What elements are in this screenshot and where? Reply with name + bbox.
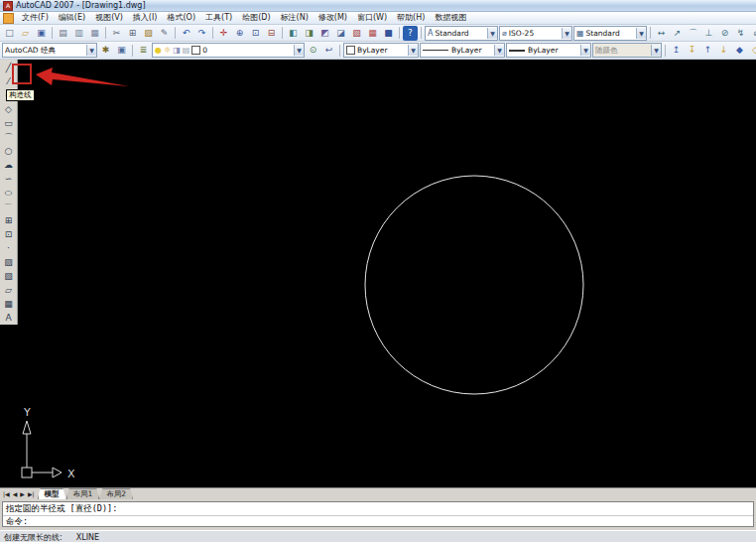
table-tool[interactable]: ▦ (1, 297, 17, 311)
dim-jogged-icon[interactable]: ↯ (733, 26, 748, 41)
menu-draw[interactable]: 绘图(D) (237, 12, 275, 24)
make-block-tool[interactable]: ⊡ (1, 227, 17, 241)
chevron-down-icon[interactable]: ▼ (636, 28, 646, 39)
layer-plot-icon[interactable]: ▤ (183, 46, 190, 55)
layer-on-bulb-icon[interactable]: ● (155, 46, 162, 55)
dim-aligned-icon[interactable]: ↗ (670, 26, 685, 41)
dim-style-dropdown[interactable]: ⌀ ISO-25 ▼ (499, 26, 572, 41)
line-tool[interactable]: ╱ (1, 61, 17, 74)
chevron-down-icon[interactable]: ▼ (487, 28, 497, 39)
zoom-realtime-icon[interactable]: ⊕ (232, 26, 247, 41)
workspace-save-icon[interactable]: ▣ (114, 43, 129, 58)
region-tool[interactable]: ▱ (1, 283, 17, 297)
paste-icon[interactable]: ▨ (141, 26, 156, 41)
layer-properties-icon[interactable]: ≣ (136, 43, 151, 58)
menu-file[interactable]: 文件(F) (17, 12, 54, 24)
chevron-down-icon[interactable]: ▼ (86, 45, 96, 56)
quickcalc-icon[interactable]: ▦ (365, 26, 380, 41)
layer-previous-icon[interactable]: ↩ (321, 43, 336, 58)
zoom-previous-icon[interactable]: ⊟ (264, 26, 279, 41)
undo-icon[interactable]: ↶ (179, 26, 193, 41)
chevron-down-icon[interactable]: ▼ (408, 45, 418, 56)
menu-dataview[interactable]: 数据视图 (430, 12, 471, 24)
layer-freeze-sun-icon[interactable]: ☼ (164, 46, 171, 55)
drawing-document-icon[interactable] (3, 13, 14, 24)
draworder-above-icon[interactable]: ↑ (700, 43, 715, 58)
match-properties-icon[interactable]: ✎ (157, 26, 172, 41)
point-tool[interactable]: · (1, 241, 17, 255)
cut-icon[interactable]: ✂ (109, 26, 124, 41)
save-icon[interactable]: ▣ (34, 26, 49, 41)
designcenter-icon[interactable]: ◨ (302, 26, 316, 41)
tool-palettes-icon[interactable]: ◩ (317, 26, 332, 41)
plot-icon[interactable]: ▤ (56, 26, 70, 41)
chevron-down-icon[interactable]: ▼ (494, 45, 504, 56)
dim-linear-icon[interactable]: ↔ (654, 26, 669, 41)
draworder-front-icon[interactable]: ↥ (669, 43, 684, 58)
menu-format[interactable]: 格式(O) (162, 12, 200, 24)
linetype-dropdown[interactable]: ByLayer ▼ (420, 43, 505, 58)
menu-dimension[interactable]: 标注(N) (276, 12, 314, 24)
insert-block-tool[interactable]: ⊞ (1, 213, 17, 227)
menu-window[interactable]: 窗口(W) (352, 12, 392, 24)
copy-icon[interactable]: ⊞ (125, 26, 140, 41)
color-dropdown[interactable]: ByLayer ▼ (343, 43, 419, 58)
table-style-dropdown[interactable]: ▦ Standard ▼ (573, 26, 647, 41)
zoom-window-icon[interactable]: ⊡ (248, 26, 263, 41)
annotation-sync-icon[interactable]: ◇ (748, 43, 756, 58)
plot-preview-icon[interactable]: ▥ (71, 26, 86, 41)
hatch-tool[interactable]: ▨ (1, 255, 17, 269)
markup-set-manager-icon[interactable]: ▧ (349, 26, 364, 41)
command-window[interactable]: 指定圆的半径或 [直径(D)]: 命令: (0, 499, 756, 530)
polygon-tool[interactable]: ◇ (1, 102, 17, 116)
dim-diameter-icon[interactable]: ⌀ (749, 26, 756, 41)
tab-last-button[interactable]: ▶| (27, 489, 36, 499)
construction-line-tool[interactable]: ⁄ (1, 74, 17, 88)
draworder-back-icon[interactable]: ↧ (685, 43, 699, 58)
menu-modify[interactable]: 修改(M) (314, 12, 352, 24)
layer-lock-icon[interactable]: ◨ (173, 46, 181, 55)
make-object-layer-current-icon[interactable]: ⊙ (306, 43, 320, 58)
layer-dropdown[interactable]: ●☼◨▤ 0 ▼ (152, 43, 305, 58)
command-input-line[interactable]: 命令: (3, 516, 753, 527)
menu-edit[interactable]: 编辑(E) (54, 12, 90, 24)
workspace-settings-icon[interactable]: ✱ (98, 43, 113, 58)
annotation-scale-icon[interactable]: ◆ (732, 43, 747, 58)
menu-view[interactable]: 视图(V) (90, 12, 128, 24)
dim-radius-icon[interactable]: ⊘ (717, 26, 732, 41)
chevron-down-icon[interactable]: ▼ (562, 28, 571, 39)
tab-prev-button[interactable]: ◀ (12, 489, 19, 499)
properties-icon[interactable]: ◧ (286, 26, 301, 41)
draworder-under-icon[interactable]: ↓ (716, 43, 731, 58)
redo-icon[interactable]: ↷ (194, 26, 209, 41)
text-style-dropdown[interactable]: A Standard ▼ (425, 26, 498, 41)
title-bar[interactable]: A AutoCAD 2007 - [Drawing1.dwg] (0, 0, 756, 12)
sheet-set-manager-icon[interactable]: ◪ (333, 26, 348, 41)
pan-icon[interactable]: ✛ (216, 26, 231, 41)
tab-first-button[interactable]: |◀ (2, 489, 11, 499)
menu-tools[interactable]: 工具(T) (200, 12, 237, 24)
chevron-down-icon[interactable]: ▼ (580, 45, 590, 56)
gradient-tool[interactable]: ▧ (1, 269, 17, 283)
mtext-tool[interactable]: A (1, 311, 17, 325)
dim-arc-length-icon[interactable]: ⌒ (686, 26, 700, 41)
drawing-area[interactable]: ╱⁄∿◇▭⌒○☁∽○⌒⊞⊡·▨▧▱▦A Y X 构造线 (0, 60, 756, 487)
chevron-down-icon[interactable]: ▼ (294, 45, 304, 56)
spline-tool[interactable]: ∽ (1, 172, 17, 186)
tab-layout1[interactable]: 布局1 (66, 488, 100, 499)
menu-insert[interactable]: 插入(I) (128, 12, 163, 24)
workspace-dropdown[interactable]: AutoCAD 经典 ▼ (2, 43, 97, 58)
dim-ordinate-icon[interactable]: ⊥ (701, 26, 716, 41)
revcloud-tool[interactable]: ☁ (1, 158, 17, 172)
open-icon[interactable]: ▱ (18, 26, 33, 41)
help-icon[interactable]: ? (403, 26, 418, 41)
lineweight-dropdown[interactable]: ByLayer ▼ (506, 43, 591, 58)
tab-model[interactable]: 模型 (38, 488, 66, 499)
publish-icon[interactable]: ▦ (87, 26, 102, 41)
arc-tool[interactable]: ⌒ (1, 130, 17, 144)
rectangle-tool[interactable]: ▭ (1, 116, 17, 130)
tab-layout2[interactable]: 布局2 (99, 488, 133, 499)
tab-next-button[interactable]: ▶ (19, 489, 26, 499)
circle-tool[interactable]: ○ (1, 144, 17, 158)
new-icon[interactable]: □ (2, 26, 17, 41)
